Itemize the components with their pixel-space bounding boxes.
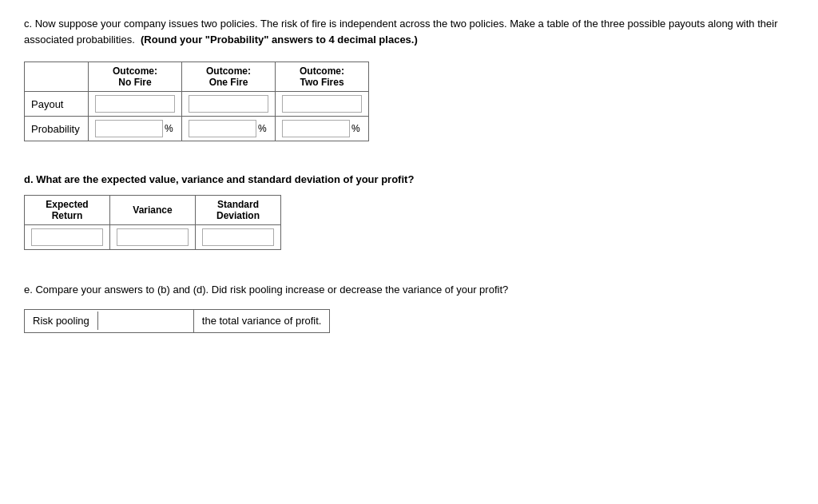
pct-symbol-3: % [351,123,360,134]
variance-input[interactable] [117,228,189,246]
pct-symbol-2: % [258,123,267,134]
part-c-header-empty [25,62,89,92]
standard-deviation-input[interactable] [202,228,274,246]
prob-two-fires-input[interactable] [282,120,350,137]
risk-pooling-input[interactable] [98,310,194,332]
payout-two-fires-input[interactable] [282,95,362,113]
part-d-section-label: d. What are the expected value, variance… [24,173,794,185]
table-row: Probability % % % [25,117,369,141]
prob-two-fires-cell: % [276,117,369,141]
payout-one-fire-input[interactable] [189,95,268,113]
table-row: Payout [25,92,369,117]
table-row [25,225,281,250]
part-e-section-label: e. Compare your answers to (b) and (d). … [24,282,794,298]
intro-paragraph: c. Now suppose your company issues two p… [24,16,794,47]
variance-header: Variance [110,196,196,225]
payout-no-fire-input[interactable] [95,95,175,113]
prob-no-fire-input[interactable] [95,120,163,137]
payout-two-fires-cell [276,92,369,117]
expected-return-header: ExpectedReturn [25,196,110,225]
part-c-header-no-fire: Outcome:No Fire [89,62,182,92]
probability-label: Probability [25,117,89,141]
pct-symbol-1: % [165,123,173,134]
part-c-header-one-fire: Outcome:One Fire [182,62,276,92]
standard-deviation-header: StandardDeviation [196,196,281,225]
part-e-row: Risk pooling the total variance of profi… [24,309,330,333]
payout-label: Payout [25,92,89,117]
standard-deviation-cell [196,225,281,250]
part-c-table: Outcome:No Fire Outcome:One Fire Outcome… [24,62,369,141]
expected-return-input[interactable] [31,228,103,246]
prob-one-fire-cell: % [182,117,276,141]
variance-cell [110,225,196,250]
part-c-header-two-fires: Outcome:Two Fires [276,62,369,92]
prob-no-fire-cell: % [89,117,182,141]
risk-pooling-label: Risk pooling [25,312,98,330]
risk-pooling-suffix: the total variance of profit. [194,312,330,330]
payout-one-fire-cell [182,92,276,117]
expected-return-cell [25,225,110,250]
intro-bold-warning: (Round your "Probability" answers to 4 d… [141,34,418,46]
part-d-table: ExpectedReturn Variance StandardDeviatio… [24,195,281,250]
prob-one-fire-input[interactable] [189,120,256,137]
payout-no-fire-cell [89,92,182,117]
